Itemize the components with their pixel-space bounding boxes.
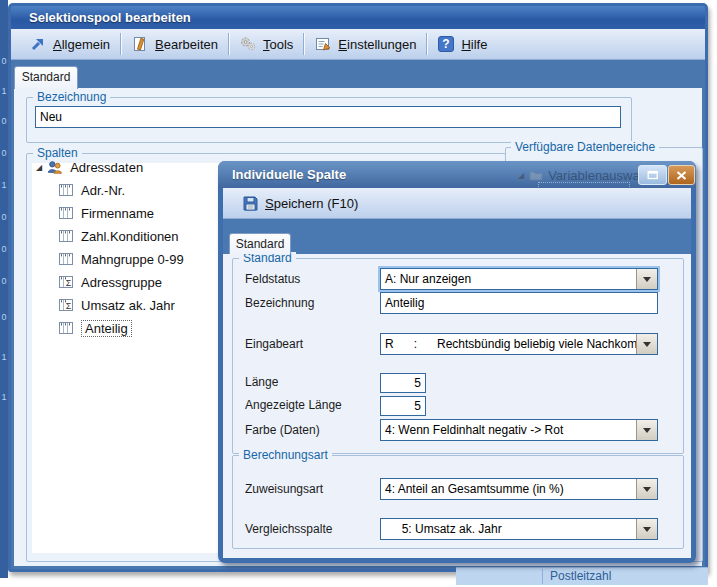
table-sum-icon: Σ (58, 274, 74, 290)
dialog-toolbar: Speichern (F10) (223, 188, 691, 219)
tab-standard[interactable]: Standard (14, 66, 78, 89)
dropdown-arrow-icon[interactable] (636, 269, 657, 289)
tree-item-label: Zahl.Konditionen (81, 229, 179, 244)
background-digit: 0 (0, 56, 8, 66)
table-column-icon (58, 182, 74, 198)
datenbereiche-group-label: Verfügbare Datenbereiche (511, 141, 659, 154)
dialog-content-band (223, 219, 691, 256)
main-toolbar: Allgemein Bearbeiten Tools Einstellungen… (11, 29, 705, 60)
background-digit: 1 (0, 180, 8, 190)
bezeichnung-group-label: Bezeichnung (33, 91, 110, 104)
toolbar-item-bearbeiten[interactable]: Bearbeiten (121, 29, 228, 59)
feldstatus-label: Feldstatus (245, 268, 300, 290)
table-column-icon (58, 320, 74, 336)
feldstatus-value: A: Nur anzeigen (381, 269, 636, 289)
background-digit: 1 (0, 352, 8, 362)
table-sum-icon: Σ (58, 297, 74, 313)
save-icon (241, 194, 259, 212)
laenge-input[interactable] (380, 373, 426, 393)
save-button[interactable]: Speichern (F10) (231, 188, 368, 218)
spalten-group-label: Spalten (33, 147, 82, 160)
tree-item-zahl-konditionen[interactable]: Zahl.Konditionen (58, 226, 179, 246)
background-window-bottom-strip: Postleitzahl (456, 567, 708, 585)
toolbar-item-label: Tools (263, 37, 293, 52)
screen: 0 1 0 0 1 0 0 0 0 1 1 Selektionspool bea… (0, 0, 717, 587)
table-column-icon (58, 228, 74, 244)
expander-icon[interactable]: ◢ (36, 163, 42, 172)
main-window-titlebar[interactable]: Selektionspool bearbeiten (11, 6, 705, 29)
dropdown-arrow-icon[interactable] (636, 479, 657, 499)
expander-icon: ◢ (518, 171, 524, 180)
dropdown-arrow-icon[interactable] (636, 334, 657, 354)
tree-item-mahngruppe[interactable]: Mahngruppe 0-99 (58, 249, 184, 269)
background-digit: 0 (0, 276, 8, 286)
tree-item-label: Adressdaten (70, 160, 143, 175)
background-digit: 0 (0, 148, 8, 158)
svg-text:Σ: Σ (66, 301, 72, 311)
tree-item-label-selected: Anteilig (81, 320, 132, 337)
tree-item-label: Mahngruppe 0-99 (81, 252, 184, 267)
toolbar-item-label: Einstellungen (338, 37, 416, 52)
svg-text:?: ? (443, 37, 450, 51)
farbe-daten-combobox[interactable]: 4: Wenn Feldinhalt negativ -> Rot (380, 419, 658, 441)
tree-item-umsatz[interactable]: Σ Umsatz ak. Jahr (58, 295, 175, 315)
restore-icon (647, 170, 659, 180)
background-digit: 1 (0, 392, 8, 402)
tree-item-label: Firmenname (81, 206, 154, 221)
tree-item-label: Adr.-Nr. (81, 183, 125, 198)
farbe-daten-label: Farbe (Daten) (245, 419, 320, 441)
dropdown-arrow-icon[interactable] (636, 519, 657, 539)
eingabeart-label: Eingabeart (245, 333, 303, 355)
angezeigte-laenge-input[interactable] (380, 396, 426, 416)
dialog-tab-standard[interactable]: Standard (229, 233, 291, 254)
toolbar-item-hilfe[interactable]: ? Hilfe (427, 29, 497, 59)
tree-item-firmenname[interactable]: Firmenname (58, 203, 154, 223)
tree-item-label: Adressgruppe (81, 275, 162, 290)
bezeichnung-label: Bezeichnung (245, 292, 314, 314)
tree-item-anteilig[interactable]: Anteilig (58, 318, 132, 338)
background-digit: 0 (0, 212, 8, 222)
table-column-icon (58, 251, 74, 267)
tree-item-adressgruppe[interactable]: Σ Adressgruppe (58, 272, 162, 292)
toolbar-item-einstellungen[interactable]: Einstellungen (304, 29, 426, 59)
toolbar-item-tools[interactable]: Tools (229, 29, 303, 59)
vergleichsspalte-label: Vergleichsspalte (245, 518, 332, 540)
zuweisungsart-combobox[interactable]: 4: Anteil an Gesamtsumme (in %) (380, 478, 658, 500)
individuelle-spalte-dialog: Individuelle Spalte ◢ Variablenauswahl S… (218, 161, 696, 563)
vergleichsspalte-value: 5: Umsatz ak. Jahr (381, 519, 636, 539)
bezeichnung-pool-input[interactable] (35, 106, 621, 128)
eingabeart-combobox[interactable]: R : Rechtsbündig beliebig viele Nachkomm… (380, 333, 658, 355)
vergleichsspalte-combobox[interactable]: 5: Umsatz ak. Jahr (380, 518, 658, 540)
toolbar-item-label: Bearbeiten (155, 37, 218, 52)
restore-button[interactable] (638, 165, 667, 185)
bezeichnung-input[interactable] (380, 292, 658, 314)
laenge-label: Länge (245, 372, 278, 392)
help-icon: ? (437, 35, 455, 53)
eingabeart-value: R : Rechtsbündig beliebig viele Nachkomm… (381, 334, 636, 354)
ghost-tree-item-label: Variablenauswahl (548, 168, 650, 183)
tree-item-adressdaten[interactable]: ◢ Adressdaten (36, 157, 143, 177)
feldstatus-combobox[interactable]: A: Nur anzeigen (380, 268, 658, 290)
background-window-edge: 0 1 0 0 1 0 0 0 0 1 1 (0, 0, 8, 578)
tree-item-adr-nr[interactable]: Adr.-Nr. (58, 180, 125, 200)
dropdown-arrow-icon[interactable] (636, 420, 657, 440)
settings-page-icon (314, 35, 332, 53)
arrow-up-right-icon (29, 35, 47, 53)
column-divider (542, 569, 543, 584)
close-button[interactable] (668, 165, 695, 185)
svg-text:Σ: Σ (66, 278, 72, 288)
tree-item-label: Umsatz ak. Jahr (81, 298, 175, 313)
background-item-postleitzahl: Postleitzahl (550, 569, 611, 583)
edit-page-icon (131, 35, 149, 53)
close-icon (676, 171, 687, 180)
background-digit: 1 (0, 86, 8, 96)
gears-icon (239, 35, 257, 53)
background-digit: 0 (0, 312, 8, 322)
save-button-label: Speichern (F10) (265, 196, 358, 211)
people-icon (47, 159, 63, 175)
toolbar-item-label: Allgemein (53, 37, 110, 52)
zuweisungsart-value: 4: Anteil an Gesamtsumme (in %) (381, 479, 636, 499)
toolbar-item-allgemein[interactable]: Allgemein (19, 29, 120, 59)
farbe-daten-value: 4: Wenn Feldinhalt negativ -> Rot (381, 420, 636, 440)
folder-icon (529, 169, 543, 181)
